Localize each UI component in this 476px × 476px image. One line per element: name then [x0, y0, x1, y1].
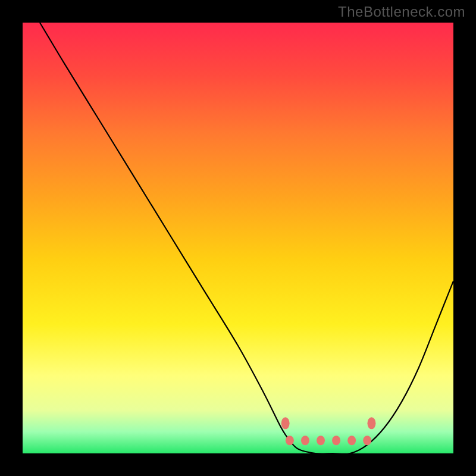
flat-zone-end-marker: [367, 417, 375, 429]
flat-zone-marker: [286, 436, 294, 445]
chart-svg: [23, 23, 453, 453]
plot-area: [23, 23, 453, 453]
flat-zone-marker: [317, 436, 325, 445]
flat-zone-end-marker: [281, 417, 290, 429]
flat-zone-marker: [363, 436, 371, 445]
flat-zone-marker: [332, 436, 340, 445]
flat-zone-marker: [347, 436, 356, 445]
flat-zone-marker: [301, 436, 309, 445]
chart-frame: TheBottleneck.com: [0, 0, 476, 476]
flat-zone-markers: [281, 417, 376, 445]
watermark-text: TheBottleneck.com: [338, 4, 465, 20]
bottleneck-curve: [40, 23, 453, 453]
